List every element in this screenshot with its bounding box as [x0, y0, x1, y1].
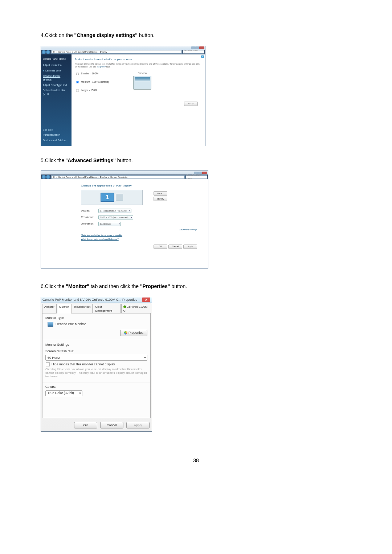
sidebar-personalization[interactable]: Personalization	[43, 133, 70, 137]
screenshot-screen-resolution: 🖥 ▸ Control Panel ▸ All Control Panel It…	[41, 171, 208, 268]
link-which-settings[interactable]: What display settings should I choose?	[81, 238, 197, 241]
hide-modes-note: Clearing this check box allows you to se…	[45, 368, 147, 378]
properties-button[interactable]: Properties	[120, 330, 147, 336]
apply-button[interactable]: Apply	[126, 422, 150, 428]
sidebar: Control Panel Home Adjust resolution Cal…	[41, 54, 72, 146]
tab-strip: Adapter Monitor Troubleshoot Color Manag…	[41, 304, 152, 313]
orientation-combo[interactable]: Landscape	[98, 222, 121, 226]
step-6-prefix: 6.Click the	[41, 283, 66, 289]
cancel-button[interactable]: Cancel	[100, 422, 123, 428]
radio-medium[interactable]: Medium - 125% (default)	[75, 80, 126, 85]
radio-medium-input[interactable]	[76, 81, 79, 83]
search-input[interactable]: Search Control Panel	[183, 50, 204, 54]
nav-bar: 🖥 ▸ Control Panel ▸ All Control Panel It…	[41, 175, 208, 179]
tab-troubleshoot[interactable]: Troubleshoot	[72, 304, 93, 313]
refresh-rate-combo[interactable]: 60 Hertz	[45, 355, 147, 361]
refresh-rate-label: Screen refresh rate:	[45, 349, 147, 354]
main-heading: Make it easier to read what's on your sc…	[75, 57, 201, 61]
resolution-combo[interactable]: 1920 × 1080 (recommended)	[98, 215, 133, 219]
forward-button[interactable]	[46, 50, 50, 54]
crumb-icon: 🖥	[53, 50, 55, 53]
crumb-3: Screen Resolution	[110, 176, 128, 178]
sidebar-devices-printers[interactable]: Devices and Printers	[43, 139, 70, 142]
sidebar-dpi[interactable]: Set custom text size (DPI)	[43, 89, 70, 96]
back-button[interactable]	[42, 175, 46, 179]
sidebar-change-display-settings[interactable]: Change display settings	[43, 74, 70, 82]
divider	[42, 340, 150, 340]
sidebar-cleartype[interactable]: Adjust ClearType text	[43, 83, 70, 87]
display-preview-box: 1	[81, 190, 143, 205]
ok-button[interactable]: OK	[74, 422, 97, 428]
sidebar-adjust-resolution[interactable]: Adjust resolution	[43, 63, 70, 67]
monitor-2-icon[interactable]	[116, 194, 123, 201]
main-content: Change the appearance of your display 1 …	[81, 184, 197, 249]
display-label: Display:	[81, 209, 98, 213]
screenshot-display-settings: 🖥 ▸ Control Panel ▸ All Control Panel It…	[41, 46, 205, 146]
close-button[interactable]: ×	[142, 297, 150, 302]
crumb-2: Display	[100, 176, 107, 178]
screenshot-monitor-properties: Generic PnP Monitor and NVIDIA GeForce 9…	[41, 297, 152, 432]
step-5-bold: Advanced Settings"	[68, 157, 116, 163]
main-heading: Change the appearance of your display	[81, 184, 197, 188]
ok-button[interactable]: OK	[154, 245, 167, 249]
link-text-size[interactable]: Make text and other items larger or smal…	[81, 234, 197, 237]
nvidia-icon	[123, 305, 126, 308]
step-6-bold-2: "Properties"	[140, 283, 170, 289]
main-description: You can change the size of text and othe…	[75, 62, 201, 69]
radio-larger[interactable]: Larger - 150%	[75, 88, 126, 93]
breadcrumb[interactable]: 🖥 ▸ Control Panel ▸ All Control Panel It…	[51, 50, 182, 54]
step-6-mid: tab and then click the	[89, 283, 140, 289]
crumb-1: All Control Panel Items	[74, 50, 97, 53]
nav-bar: 🖥 ▸ Control Panel ▸ All Control Panel It…	[41, 50, 205, 54]
hide-modes-checkbox[interactable]	[46, 362, 50, 367]
crumb-icon: 🖥	[53, 176, 55, 178]
crumb-0: Control Panel	[58, 50, 71, 53]
monitor-name: Generic PnP Monitor	[56, 322, 86, 327]
step-4-text: 4.Ckick on the "Change display settings"…	[41, 32, 351, 39]
colors-label: Colors:	[45, 385, 147, 389]
sidebar-calibrate-color[interactable]: Calibrate color	[43, 69, 70, 73]
crumb-0: Control Panel	[58, 176, 71, 178]
display-combo[interactable]: 1. Nvidia Default Flat Panel	[98, 209, 131, 213]
step-6-text: 6.Click the "Monitor" tab and then click…	[41, 283, 351, 290]
monitor-1-icon[interactable]: 1	[101, 193, 114, 202]
detect-button[interactable]: Detect	[154, 191, 167, 196]
breadcrumb[interactable]: 🖥 ▸ Control Panel ▸ All Control Panel It…	[51, 175, 185, 179]
colors-combo[interactable]: True Color (32 bit)	[45, 390, 82, 396]
step-4-bold: "Change display settings"	[74, 32, 138, 38]
apply-button[interactable]: Apply	[183, 245, 197, 249]
main-content: Make it easier to read what's on your sc…	[72, 54, 205, 146]
tab-color-management[interactable]: Color Management	[93, 304, 121, 313]
hide-modes-row[interactable]: Hide modes that this monitor cannot disp…	[45, 362, 147, 367]
step-5-text: 5.Click the "Advanced Settings" button.	[41, 157, 351, 164]
divider	[42, 382, 150, 382]
tab-geforce[interactable]: GeForce 9100M G	[121, 304, 151, 313]
apply-button[interactable]: Apply	[184, 102, 198, 106]
orientation-label: Orientation:	[81, 222, 98, 226]
tab-panel-monitor: Monitor Type Generic PnP Monitor Propert…	[42, 313, 151, 418]
radio-smaller-input[interactable]	[76, 72, 79, 75]
sidebar-home[interactable]: Control Panel Home	[43, 57, 70, 61]
cancel-button[interactable]: Cancel	[168, 245, 182, 249]
tab-adapter[interactable]: Adapter	[42, 304, 57, 313]
radio-larger-input[interactable]	[76, 89, 79, 92]
forward-button[interactable]	[46, 175, 50, 179]
radio-smaller[interactable]: Smaller - 100%	[75, 71, 126, 76]
window-chrome	[41, 46, 205, 50]
monitor-type-label: Monitor Type	[45, 316, 147, 320]
identify-button[interactable]: Identify	[154, 197, 167, 201]
tab-monitor[interactable]: Monitor	[57, 304, 71, 313]
page-number: 38	[0, 457, 392, 463]
step-5-suffix: button.	[116, 157, 133, 163]
advanced-settings-link[interactable]: Advanced settings	[81, 228, 197, 231]
crumb-1: All Control Panel Items	[74, 176, 97, 178]
step-6-suffix: button.	[170, 283, 187, 289]
monitor-icon	[48, 322, 53, 327]
magnifier-link[interactable]: Magnifier	[97, 66, 106, 68]
back-button[interactable]	[42, 50, 46, 54]
help-icon[interactable]: ?	[201, 55, 204, 58]
search-input[interactable]: Search Control Panel	[185, 175, 207, 179]
step-5-prefix: 5.Click the "	[41, 157, 68, 163]
step-4-suffix: button.	[138, 32, 155, 38]
size-radios: Smaller - 100% Medium - 125% (default) L…	[75, 71, 126, 97]
